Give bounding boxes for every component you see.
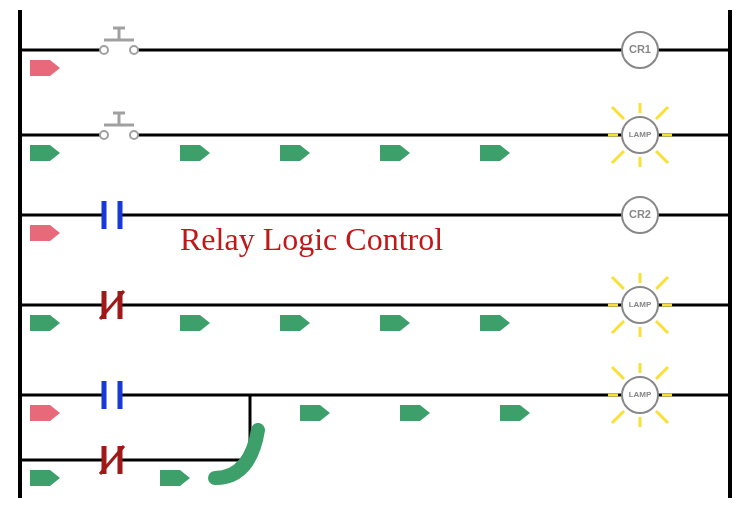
coil-label: CR2 xyxy=(629,208,651,220)
rung-4: LAMP xyxy=(20,273,730,337)
power-arrow-on xyxy=(380,145,410,161)
power-arrow-on xyxy=(180,315,210,331)
power-arrow-on xyxy=(30,145,60,161)
coil-label: LAMP xyxy=(629,130,652,139)
power-arrow-on xyxy=(180,145,210,161)
power-arrow-on xyxy=(380,315,410,331)
rung-5: LAMP xyxy=(20,363,730,486)
power-arrow-on xyxy=(30,470,60,486)
relay-ladder-diagram: CR1 LAMP CR2 Relay Logic Control LAMP xyxy=(0,0,750,508)
power-arrow-on xyxy=(400,405,430,421)
power-arrow-on xyxy=(300,405,330,421)
power-arrow-on xyxy=(480,315,510,331)
coil-label: LAMP xyxy=(629,300,652,309)
power-arrow-on xyxy=(280,315,310,331)
no-contact-icon xyxy=(104,201,120,229)
diagram-title: Relay Logic Control xyxy=(180,221,443,257)
pushbutton-icon xyxy=(100,28,138,54)
rung-2: LAMP xyxy=(20,103,730,167)
pushbutton-icon xyxy=(100,113,138,139)
coil-label: CR1 xyxy=(629,43,651,55)
nc-contact-icon xyxy=(100,446,124,474)
rung-1: CR1 xyxy=(20,28,730,76)
power-arrow-on xyxy=(30,315,60,331)
power-arrow-off xyxy=(30,405,60,421)
power-arrow-on xyxy=(500,405,530,421)
power-arrow-off xyxy=(30,225,60,241)
power-arrow-off xyxy=(30,60,60,76)
power-arrow-on xyxy=(280,145,310,161)
nc-contact-icon xyxy=(100,291,124,319)
power-arrow-curve xyxy=(215,430,258,478)
no-contact-icon xyxy=(104,381,120,409)
power-arrow-on xyxy=(160,470,190,486)
power-arrow-on xyxy=(480,145,510,161)
coil-label: LAMP xyxy=(629,390,652,399)
